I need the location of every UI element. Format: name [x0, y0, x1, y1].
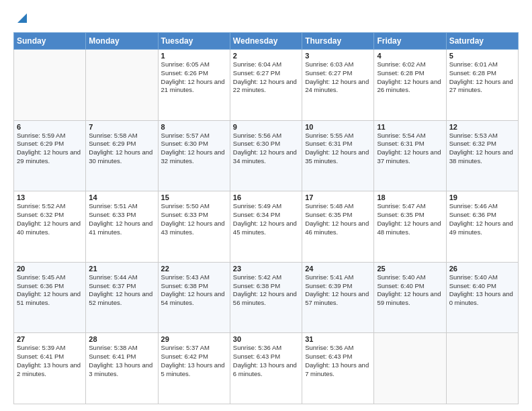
calendar-cell [446, 333, 518, 404]
day-number: 25 [377, 265, 443, 273]
day-number: 31 [305, 335, 371, 343]
day-number: 9 [233, 123, 299, 131]
day-info: Sunrise: 5:46 AM Sunset: 6:36 PM Dayligh… [449, 202, 515, 236]
calendar-cell: 1Sunrise: 6:05 AM Sunset: 6:26 PM Daylig… [158, 50, 230, 121]
calendar-cell: 18Sunrise: 5:47 AM Sunset: 6:35 PM Dayli… [374, 191, 446, 263]
calendar-cell: 17Sunrise: 5:48 AM Sunset: 6:35 PM Dayli… [302, 191, 374, 263]
calendar-cell: 3Sunrise: 6:03 AM Sunset: 6:27 PM Daylig… [302, 50, 374, 121]
calendar-cell: 5Sunrise: 6:01 AM Sunset: 6:28 PM Daylig… [446, 50, 518, 121]
day-info: Sunrise: 5:54 AM Sunset: 6:31 PM Dayligh… [377, 132, 443, 166]
day-info: Sunrise: 5:36 AM Sunset: 6:43 PM Dayligh… [305, 344, 371, 378]
calendar-week-row: 27Sunrise: 5:39 AM Sunset: 6:41 PM Dayli… [14, 333, 519, 404]
calendar-cell: 2Sunrise: 6:04 AM Sunset: 6:27 PM Daylig… [230, 50, 302, 121]
day-info: Sunrise: 5:36 AM Sunset: 6:43 PM Dayligh… [233, 344, 299, 378]
calendar-header-wednesday: Wednesday [230, 33, 302, 50]
calendar-cell: 7Sunrise: 5:58 AM Sunset: 6:29 PM Daylig… [86, 120, 158, 191]
calendar-header-tuesday: Tuesday [158, 33, 230, 50]
calendar-week-row: 6Sunrise: 5:59 AM Sunset: 6:29 PM Daylig… [14, 120, 519, 191]
calendar-cell: 8Sunrise: 5:57 AM Sunset: 6:30 PM Daylig… [158, 120, 230, 191]
calendar-cell: 15Sunrise: 5:50 AM Sunset: 6:33 PM Dayli… [158, 191, 230, 263]
day-info: Sunrise: 6:03 AM Sunset: 6:27 PM Dayligh… [305, 60, 371, 95]
calendar-cell [374, 333, 446, 404]
day-info: Sunrise: 5:57 AM Sunset: 6:30 PM Dayligh… [161, 132, 227, 166]
day-info: Sunrise: 5:55 AM Sunset: 6:31 PM Dayligh… [305, 132, 371, 166]
day-info: Sunrise: 5:59 AM Sunset: 6:29 PM Dayligh… [17, 132, 83, 166]
day-info: Sunrise: 5:43 AM Sunset: 6:38 PM Dayligh… [161, 273, 227, 308]
header [13, 12, 519, 26]
calendar-header-saturday: Saturday [446, 33, 518, 50]
day-info: Sunrise: 5:47 AM Sunset: 6:35 PM Dayligh… [377, 202, 443, 236]
day-number: 13 [17, 193, 83, 201]
day-info: Sunrise: 5:40 AM Sunset: 6:40 PM Dayligh… [449, 273, 515, 308]
calendar-cell [14, 50, 86, 121]
page: SundayMondayTuesdayWednesdayThursdayFrid… [0, 0, 532, 411]
day-info: Sunrise: 5:37 AM Sunset: 6:42 PM Dayligh… [161, 344, 227, 378]
day-number: 1 [161, 52, 227, 60]
day-info: Sunrise: 5:40 AM Sunset: 6:40 PM Dayligh… [377, 273, 443, 308]
day-number: 28 [89, 335, 154, 343]
day-number: 4 [377, 52, 443, 60]
day-number: 20 [17, 265, 83, 273]
day-number: 7 [89, 123, 154, 131]
calendar-cell: 13Sunrise: 5:52 AM Sunset: 6:32 PM Dayli… [14, 191, 86, 263]
day-number: 16 [233, 193, 299, 201]
day-number: 19 [449, 193, 515, 201]
day-info: Sunrise: 5:56 AM Sunset: 6:30 PM Dayligh… [233, 132, 299, 166]
day-info: Sunrise: 5:38 AM Sunset: 6:41 PM Dayligh… [89, 344, 154, 378]
calendar-cell: 28Sunrise: 5:38 AM Sunset: 6:41 PM Dayli… [86, 333, 158, 404]
calendar-cell: 21Sunrise: 5:44 AM Sunset: 6:37 PM Dayli… [86, 262, 158, 333]
calendar-cell: 10Sunrise: 5:55 AM Sunset: 6:31 PM Dayli… [302, 120, 374, 191]
day-number: 18 [377, 193, 443, 201]
svg-marker-0 [17, 13, 27, 23]
calendar-header-thursday: Thursday [302, 33, 374, 50]
day-info: Sunrise: 5:51 AM Sunset: 6:33 PM Dayligh… [89, 202, 154, 236]
day-number: 29 [161, 335, 227, 343]
day-info: Sunrise: 6:04 AM Sunset: 6:27 PM Dayligh… [233, 60, 299, 95]
calendar-cell: 25Sunrise: 5:40 AM Sunset: 6:40 PM Dayli… [374, 262, 446, 333]
day-number: 14 [89, 193, 154, 201]
calendar-week-row: 20Sunrise: 5:45 AM Sunset: 6:36 PM Dayli… [14, 262, 519, 333]
calendar-cell: 14Sunrise: 5:51 AM Sunset: 6:33 PM Dayli… [86, 191, 158, 263]
day-number: 22 [161, 265, 227, 273]
calendar-cell: 6Sunrise: 5:59 AM Sunset: 6:29 PM Daylig… [14, 120, 86, 191]
day-number: 17 [305, 193, 371, 201]
calendar-cell: 29Sunrise: 5:37 AM Sunset: 6:42 PM Dayli… [158, 333, 230, 404]
day-info: Sunrise: 5:48 AM Sunset: 6:35 PM Dayligh… [305, 202, 371, 236]
calendar-cell: 22Sunrise: 5:43 AM Sunset: 6:38 PM Dayli… [158, 262, 230, 333]
calendar-cell: 27Sunrise: 5:39 AM Sunset: 6:41 PM Dayli… [14, 333, 86, 404]
calendar-header-monday: Monday [86, 33, 158, 50]
day-number: 26 [449, 265, 515, 273]
day-number: 5 [449, 52, 515, 60]
calendar-header-sunday: Sunday [14, 33, 86, 50]
calendar-cell: 16Sunrise: 5:49 AM Sunset: 6:34 PM Dayli… [230, 191, 302, 263]
day-number: 30 [233, 335, 299, 343]
calendar-week-row: 1Sunrise: 6:05 AM Sunset: 6:26 PM Daylig… [14, 50, 519, 121]
day-number: 6 [17, 123, 83, 131]
calendar-cell: 31Sunrise: 5:36 AM Sunset: 6:43 PM Dayli… [302, 333, 374, 404]
calendar-header-friday: Friday [374, 33, 446, 50]
calendar-cell [86, 50, 158, 121]
calendar-cell: 26Sunrise: 5:40 AM Sunset: 6:40 PM Dayli… [446, 262, 518, 333]
day-info: Sunrise: 6:02 AM Sunset: 6:28 PM Dayligh… [377, 60, 443, 95]
day-number: 11 [377, 123, 443, 131]
calendar-cell: 23Sunrise: 5:42 AM Sunset: 6:38 PM Dayli… [230, 262, 302, 333]
calendar-table: SundayMondayTuesdayWednesdayThursdayFrid… [13, 32, 519, 404]
calendar-cell: 20Sunrise: 5:45 AM Sunset: 6:36 PM Dayli… [14, 262, 86, 333]
day-info: Sunrise: 5:39 AM Sunset: 6:41 PM Dayligh… [17, 344, 83, 378]
day-number: 27 [17, 335, 83, 343]
day-info: Sunrise: 5:53 AM Sunset: 6:32 PM Dayligh… [449, 132, 515, 166]
calendar-cell: 4Sunrise: 6:02 AM Sunset: 6:28 PM Daylig… [374, 50, 446, 121]
logo-icon [15, 11, 30, 26]
day-info: Sunrise: 5:42 AM Sunset: 6:38 PM Dayligh… [233, 273, 299, 308]
day-info: Sunrise: 6:05 AM Sunset: 6:26 PM Dayligh… [161, 60, 227, 95]
day-info: Sunrise: 6:01 AM Sunset: 6:28 PM Dayligh… [449, 60, 515, 95]
calendar-cell: 12Sunrise: 5:53 AM Sunset: 6:32 PM Dayli… [446, 120, 518, 191]
day-number: 3 [305, 52, 371, 60]
day-number: 8 [161, 123, 227, 131]
calendar-header-row: SundayMondayTuesdayWednesdayThursdayFrid… [14, 33, 519, 50]
day-number: 10 [305, 123, 371, 131]
calendar-week-row: 13Sunrise: 5:52 AM Sunset: 6:32 PM Dayli… [14, 191, 519, 263]
calendar-cell: 30Sunrise: 5:36 AM Sunset: 6:43 PM Dayli… [230, 333, 302, 404]
calendar-cell: 24Sunrise: 5:41 AM Sunset: 6:39 PM Dayli… [302, 262, 374, 333]
day-number: 15 [161, 193, 227, 201]
